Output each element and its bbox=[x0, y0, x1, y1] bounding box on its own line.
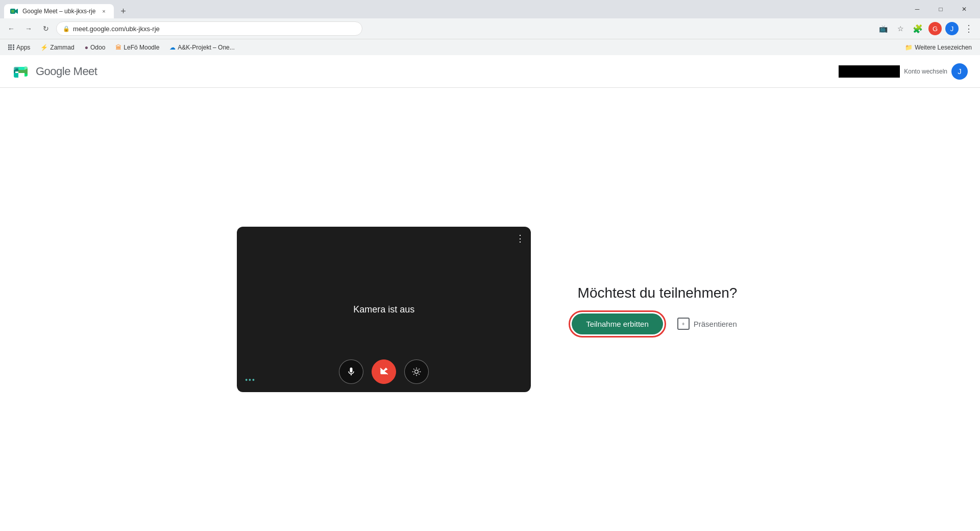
svg-marker-1 bbox=[15, 9, 18, 14]
extensions-icon[interactable]: 🧩 bbox=[911, 21, 925, 36]
video-preview: ⋮ Kamera ist aus ••• bbox=[237, 227, 531, 392]
bookmark-zammad[interactable]: ⚡ Zammad bbox=[36, 43, 78, 52]
meet-header: Google Meet Konto wechseln J bbox=[0, 55, 980, 88]
tab-favicon bbox=[10, 7, 18, 15]
meet-logo-text: Google Meet bbox=[36, 65, 97, 78]
projekt-icon: ☁ bbox=[169, 44, 176, 51]
title-bar: Google Meet – ubk-jkxs-rje × + ─ □ ✕ bbox=[0, 0, 980, 18]
video-controls bbox=[237, 351, 531, 392]
svg-point-3 bbox=[415, 370, 419, 374]
google-meet-logo-icon bbox=[12, 62, 31, 81]
lock-icon: 🔒 bbox=[63, 26, 70, 32]
svg-rect-2 bbox=[11, 10, 14, 13]
camera-off-icon bbox=[379, 367, 389, 377]
projekt-label: A&K-Projekt – One... bbox=[178, 44, 234, 51]
address-bar: ← → ↻ 🔒 meet.google.com/ubk-jkxs-rje 📺 ☆… bbox=[0, 18, 980, 39]
tab-close-button[interactable]: × bbox=[100, 7, 108, 15]
video-more-options-button[interactable]: ⋮ bbox=[516, 233, 525, 244]
meet-logo: Google Meet bbox=[12, 62, 97, 81]
moodle-icon: 🏛 bbox=[115, 44, 121, 51]
present-label: Präsentieren bbox=[694, 320, 737, 328]
odoo-label: Odoo bbox=[90, 44, 105, 51]
active-tab[interactable]: Google Meet – ubk-jkxs-rje × bbox=[4, 4, 114, 18]
maximize-button[interactable]: □ bbox=[929, 0, 952, 18]
tab-bar: Google Meet – ubk-jkxs-rje × + bbox=[4, 0, 130, 18]
profile-circle-icon[interactable]: G bbox=[928, 21, 942, 36]
join-actions: Teilnahme erbitten + Präsentieren bbox=[572, 313, 743, 334]
more-bookmarks[interactable]: 📁 Weitere Lesezeichen bbox=[901, 43, 976, 52]
present-icon: + bbox=[677, 318, 690, 330]
profile-avatar[interactable]: J bbox=[945, 22, 959, 35]
cast-icon[interactable]: 📺 bbox=[876, 21, 890, 36]
account-switch-label: Konto wechseln bbox=[904, 68, 947, 75]
header-right: Konto wechseln J bbox=[839, 63, 968, 80]
moodle-label: LeFö Moodle bbox=[124, 44, 159, 51]
bookmarks-right-section: 📁 Weitere Lesezeichen bbox=[901, 43, 976, 52]
forward-button[interactable]: → bbox=[21, 21, 36, 36]
zammad-label: Zammad bbox=[50, 44, 74, 51]
more-bookmarks-label: Weitere Lesezeichen bbox=[915, 44, 972, 51]
join-panel: Möchtest du teilnehmen? Teilnahme erbitt… bbox=[572, 285, 743, 334]
bookmarks-bar: Apps ⚡ Zammad ● Odoo 🏛 LeFö Moodle ☁ A&K… bbox=[0, 39, 980, 55]
url-text: meet.google.com/ubk-jkxs-rje bbox=[73, 25, 160, 33]
browser-frame: Google Meet – ubk-jkxs-rje × + ─ □ ✕ ← →… bbox=[0, 0, 980, 531]
effects-icon bbox=[411, 367, 422, 377]
back-button[interactable]: ← bbox=[4, 21, 18, 36]
apps-label: Apps bbox=[16, 44, 30, 51]
effects-button[interactable] bbox=[404, 359, 429, 384]
refresh-button[interactable]: ↻ bbox=[39, 21, 53, 36]
meet-main: ⋮ Kamera ist aus ••• bbox=[0, 88, 980, 531]
folder-icon: 📁 bbox=[905, 44, 913, 51]
url-bar[interactable]: 🔒 meet.google.com/ubk-jkxs-rje bbox=[56, 21, 362, 36]
bookmark-projekt[interactable]: ☁ A&K-Projekt – One... bbox=[165, 43, 238, 52]
bookmark-odoo[interactable]: ● Odoo bbox=[81, 43, 110, 52]
join-request-button[interactable]: Teilnahme erbitten bbox=[572, 313, 663, 334]
camera-toggle-button[interactable] bbox=[372, 359, 396, 384]
odoo-icon: ● bbox=[85, 44, 88, 51]
camera-off-text: Kamera ist aus bbox=[353, 304, 414, 315]
header-avatar[interactable]: J bbox=[951, 63, 968, 80]
menu-icon[interactable]: ⋮ bbox=[962, 21, 976, 36]
new-tab-button[interactable]: + bbox=[116, 4, 130, 18]
tab-title: Google Meet – ubk-jkxs-rje bbox=[22, 8, 95, 15]
mic-button[interactable] bbox=[339, 359, 363, 384]
present-button[interactable]: + Präsentieren bbox=[671, 313, 743, 334]
bookmark-star-icon[interactable]: ☆ bbox=[893, 21, 908, 36]
page-content: Google Meet Konto wechseln J ⋮ Kamera is… bbox=[0, 55, 980, 531]
zammad-icon: ⚡ bbox=[40, 44, 48, 51]
window-controls: ─ □ ✕ bbox=[905, 0, 976, 18]
mic-icon bbox=[346, 367, 356, 377]
account-switch-bar bbox=[839, 65, 900, 78]
bookmark-apps[interactable]: Apps bbox=[4, 43, 34, 52]
address-bar-right: 📺 ☆ 🧩 G J ⋮ bbox=[876, 21, 976, 36]
bookmark-moodle[interactable]: 🏛 LeFö Moodle bbox=[111, 43, 163, 52]
apps-grid-icon bbox=[8, 44, 14, 51]
minimize-button[interactable]: ─ bbox=[905, 0, 929, 18]
join-question: Möchtest du teilnehmen? bbox=[578, 285, 738, 301]
close-button[interactable]: ✕ bbox=[952, 0, 976, 18]
